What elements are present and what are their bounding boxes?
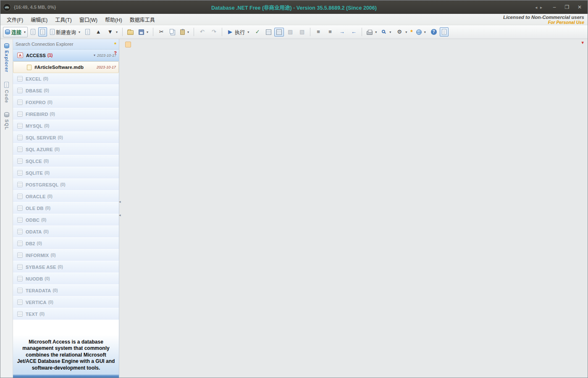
- print-button[interactable]: [365, 28, 379, 37]
- menu-item[interactable]: 数据库工具: [126, 14, 159, 25]
- tree-item[interactable]: NUODB (0): [13, 273, 119, 285]
- docked-panel-marker[interactable]: [125, 42, 131, 47]
- save-button[interactable]: [136, 28, 150, 37]
- database-type-icon: [17, 217, 23, 223]
- collapse-arrow-icon[interactable]: ◂: [119, 200, 121, 204]
- connect-button[interactable]: 连接: [3, 27, 28, 37]
- database-type-icon: [17, 241, 23, 246]
- tree-item[interactable]: EXCEL (0): [13, 73, 119, 85]
- menu-item[interactable]: 工具(T): [51, 14, 75, 25]
- undo-button[interactable]: ↶: [197, 27, 207, 37]
- database-type-icon: [17, 123, 23, 129]
- explorer-tab-label: Explorer: [4, 50, 9, 73]
- connection-explorer-toggle[interactable]: [38, 27, 47, 37]
- expand-caret-icon[interactable]: ▾: [94, 53, 95, 57]
- minimize-button[interactable]: –: [549, 3, 560, 11]
- transaction-toggle-button[interactable]: [274, 28, 284, 37]
- tree-item[interactable]: SQLITE (0): [13, 167, 119, 179]
- license-line1: Licensed to Non-Commercial users: [503, 15, 584, 20]
- tree-item[interactable]: SQLCE (0): [13, 155, 119, 167]
- collapse-arrow-icon[interactable]: ◂: [119, 213, 121, 217]
- tree-item[interactable]: FOXPRO (0): [13, 97, 119, 108]
- multi-execute-button[interactable]: [264, 28, 273, 37]
- redo-button[interactable]: ↷: [208, 27, 219, 37]
- help-mark-icon[interactable]: ?: [114, 50, 117, 55]
- export-button[interactable]: [440, 27, 449, 37]
- tree-item[interactable]: ODBC (0): [13, 214, 119, 226]
- menu-item[interactable]: 窗口(W): [76, 14, 101, 25]
- outdent-button[interactable]: ←: [348, 27, 359, 37]
- maximize-button[interactable]: ❐: [562, 3, 572, 11]
- tree-item-connection[interactable]: #ArticleSoftware.mdb 2023-10-17: [13, 61, 119, 73]
- database-type-icon: [17, 182, 23, 187]
- tree-item-count: (0): [44, 123, 49, 128]
- previous-button[interactable]: ▲: [93, 27, 104, 37]
- tree-item-label: SQLITE: [26, 171, 43, 176]
- tree-item[interactable]: DBASE (0): [13, 85, 119, 97]
- tree-item-count: (0): [55, 147, 60, 152]
- rollback-icon: ▧: [299, 29, 305, 35]
- separator: [153, 28, 153, 36]
- new-query-button[interactable]: 新建查询: [48, 27, 82, 37]
- window-title: Database .NET Free (非商业用途) - Version 35.…: [0, 3, 588, 11]
- favorites-star-icon[interactable]: *: [114, 41, 116, 47]
- menu-item[interactable]: 帮助(H): [101, 14, 126, 25]
- validate-button[interactable]: ✓: [252, 27, 263, 37]
- tree-item[interactable]: SQL AZURE (0): [13, 144, 119, 155]
- tree-item[interactable]: ODATA (0): [13, 226, 119, 238]
- tree-item-count: (0): [44, 88, 49, 93]
- execute-button[interactable]: ▶ 执行: [225, 27, 251, 37]
- tree-item[interactable]: OLE DB (0): [13, 202, 119, 214]
- save-icon: [139, 29, 144, 35]
- tree-item[interactable]: DB2 (0): [13, 238, 119, 249]
- menu-item[interactable]: 文件(F): [3, 14, 27, 25]
- database-type-icon: [17, 88, 23, 93]
- word-wrap-button[interactable]: ≡: [325, 27, 336, 37]
- tree-item-label: SYBASE ASE: [26, 265, 56, 270]
- license-notice: Licensed to Non-Commercial users For Per…: [503, 15, 584, 25]
- cut-button[interactable]: ✂: [156, 27, 167, 37]
- tree-item[interactable]: INFORMIX (0): [13, 249, 119, 261]
- tree-item[interactable]: ORACLE (0): [13, 191, 119, 202]
- web-resources-button[interactable]: [414, 28, 428, 37]
- database-type-list: EXCEL (0) DBASE (0) FOXPRO: [13, 73, 119, 320]
- tree-item-label: VERTICA: [26, 300, 47, 305]
- open-file-button[interactable]: [125, 27, 136, 37]
- tree-item-count: (0): [50, 253, 55, 257]
- search-input[interactable]: [16, 42, 114, 47]
- line-numbers-button[interactable]: ≡: [313, 27, 324, 37]
- tab-explorer[interactable]: Explorer: [4, 43, 9, 73]
- tab-code[interactable]: Code: [4, 82, 9, 103]
- tree-item[interactable]: MYSQL (0): [13, 120, 119, 132]
- tree-item[interactable]: TEXT (0): [13, 308, 119, 320]
- query-document-icon: [85, 29, 90, 35]
- tree-item[interactable]: FIREBIRD (0): [13, 108, 119, 120]
- paste-button[interactable]: [178, 28, 191, 37]
- tree-item-access[interactable]: A ACCESS (1) ▾ 2023-10-17: [13, 50, 119, 61]
- next-button[interactable]: ▼: [105, 27, 120, 37]
- tree-item[interactable]: POSTGRESQL (0): [13, 179, 119, 191]
- tab-nav-arrows-icon[interactable]: ◂ ▸: [535, 5, 543, 10]
- tree-item[interactable]: VERTICA (0): [13, 297, 119, 308]
- options-button[interactable]: ⚙: [394, 27, 409, 37]
- code-tab-icon: [4, 82, 9, 88]
- tree-item[interactable]: SQL SERVER (0): [13, 132, 119, 144]
- tree-empty-space: [13, 320, 119, 335]
- open-query-button[interactable]: [83, 27, 92, 37]
- menu-item[interactable]: 编辑(E): [27, 14, 51, 25]
- view-connections-button[interactable]: [29, 27, 37, 37]
- check-icon: ✓: [254, 29, 261, 35]
- indent-button[interactable]: →: [336, 27, 347, 37]
- copy-button[interactable]: [168, 27, 177, 37]
- search-button[interactable]: [380, 28, 393, 36]
- rollback-button[interactable]: ▧: [297, 27, 307, 37]
- notification-caret-icon[interactable]: ▾: [581, 40, 584, 45]
- commit-button[interactable]: ▨: [285, 27, 296, 37]
- tree-item[interactable]: SYBASE ASE (0): [13, 261, 119, 273]
- close-button[interactable]: ✕: [574, 3, 585, 11]
- tree-item-count: (0): [43, 76, 48, 81]
- help-button[interactable]: ?: [429, 27, 439, 37]
- tree-item[interactable]: TERADATA (0): [13, 285, 119, 297]
- tree-item-count: (0): [58, 135, 63, 140]
- tab-sql[interactable]: SQL: [4, 112, 9, 130]
